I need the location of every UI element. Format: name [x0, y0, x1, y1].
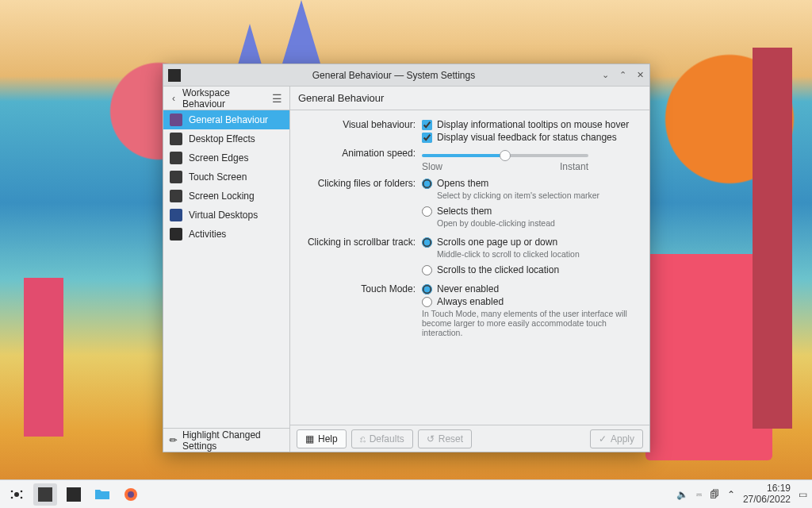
pen-icon: ✎	[167, 433, 181, 447]
svg-point-6	[128, 491, 134, 498]
tooltips-checkbox[interactable]: Display informational tooltips on mouse …	[422, 118, 638, 131]
edges-icon	[170, 152, 182, 164]
taskbar-item-settings[interactable]	[33, 483, 57, 506]
desktops-icon	[170, 209, 182, 221]
clipboard-icon[interactable]: 🗐	[710, 489, 719, 500]
sidebar-item-screen-locking[interactable]: Screen Locking	[163, 187, 289, 206]
click-files-label: Clicking files or folders:	[295, 177, 422, 189]
scroll-click-radio[interactable]: Scrolls to the clicked location	[422, 264, 638, 276]
taskbar-item-files[interactable]	[90, 483, 114, 506]
content-pane: General Behaviour Visual behaviour: Disp…	[290, 87, 649, 452]
activities-icon	[170, 228, 182, 241]
selects-radio[interactable]: Selects them	[422, 205, 638, 217]
settings-icon	[38, 487, 52, 502]
desktop: General Behaviour — System Settings ⌄ ⌃ …	[0, 0, 812, 508]
back-button[interactable]: ‹	[168, 93, 179, 104]
titlebar[interactable]: General Behaviour — System Settings ⌄ ⌃ …	[163, 64, 649, 87]
hamburger-menu-button[interactable]: ☰	[272, 92, 285, 105]
scroll-page-hint: Middle-click to scroll to clicked locati…	[437, 249, 638, 259]
scrollbar-label: Clicking in scrollbar track:	[295, 236, 422, 248]
visual-behaviour-label: Visual behaviour:	[295, 118, 422, 130]
maximize-button[interactable]: ⌃	[618, 71, 627, 80]
taskbar: 🔈 ⎓ 🗐 ⌃ 16:19 27/06/2022 ▭	[0, 479, 812, 508]
taskbar-item-firefox[interactable]	[119, 483, 143, 506]
effects-icon	[170, 133, 182, 145]
touch-never-radio[interactable]: Never enabled	[422, 283, 638, 295]
scroll-page-radio[interactable]: Scrolls one page up or down	[422, 236, 638, 248]
terminal-icon	[67, 487, 81, 502]
help-button[interactable]: ▦Help	[297, 429, 347, 448]
footer-toolbar: ▦Help ⎌Defaults ↺Reset ✓Apply	[290, 425, 649, 452]
touch-icon	[170, 171, 182, 183]
sidebar-item-activities[interactable]: Activities	[163, 225, 289, 244]
page-title: General Behaviour	[290, 87, 649, 110]
sidebar-item-touch-screen[interactable]: Touch Screen	[163, 167, 289, 187]
svg-point-1	[11, 490, 13, 492]
touch-mode-label: Touch Mode:	[295, 283, 422, 294]
selects-hint: Open by double-clicking instead	[437, 218, 638, 228]
tray-expand-icon[interactable]: ⌃	[727, 489, 735, 500]
volume-icon[interactable]: 🔈	[676, 489, 688, 500]
sidebar-item-virtual-desktops[interactable]: Virtual Desktops	[163, 206, 289, 225]
svg-point-3	[11, 496, 13, 498]
reset-button[interactable]: ↺Reset	[418, 429, 472, 448]
touch-always-radio[interactable]: Always enabled	[422, 295, 638, 308]
svg-point-2	[21, 490, 23, 492]
sidebar-item-general-behaviour[interactable]: General Behaviour	[163, 110, 289, 129]
app-launcher-button[interactable]	[5, 483, 29, 506]
defaults-icon: ⎌	[360, 433, 366, 444]
apply-button[interactable]: ✓Apply	[590, 429, 643, 448]
highlight-changed-button[interactable]: ✎ Highlight Changed Settings	[163, 428, 289, 452]
check-icon: ✓	[599, 433, 607, 444]
help-icon: ▦	[305, 433, 314, 444]
sidebar-item-desktop-effects[interactable]: Desktop Effects	[163, 129, 289, 148]
sidebar-heading: Workspace Behaviour	[179, 87, 272, 110]
window-title: General Behaviour — System Settings	[187, 70, 600, 81]
defaults-button[interactable]: ⎌Defaults	[351, 429, 413, 448]
general-icon	[170, 114, 182, 126]
taskbar-item-terminal[interactable]	[62, 483, 86, 506]
nav-list: General Behaviour Desktop Effects Screen…	[163, 110, 289, 244]
sidebar: ‹ Workspace Behaviour ☰ General Behaviou…	[163, 87, 290, 452]
network-icon[interactable]: ⎓	[696, 489, 702, 500]
animation-speed-slider[interactable]	[422, 154, 588, 157]
opens-radio[interactable]: Opens them	[422, 177, 638, 190]
app-icon	[168, 69, 181, 82]
wallpaper-shape	[645, 254, 772, 460]
settings-window: General Behaviour — System Settings ⌄ ⌃ …	[163, 64, 650, 452]
clock[interactable]: 16:19 27/06/2022	[743, 483, 791, 504]
show-desktop-button[interactable]: ▭	[799, 489, 807, 500]
minimize-button[interactable]: ⌄	[600, 71, 610, 80]
lock-icon	[170, 190, 182, 202]
svg-point-0	[14, 492, 19, 497]
touch-hint: In Touch Mode, many elements of the user…	[422, 309, 638, 337]
sidebar-item-screen-edges[interactable]: Screen Edges	[163, 148, 289, 167]
reset-icon: ↺	[427, 433, 435, 444]
folder-icon	[94, 488, 110, 501]
opens-hint: Select by clicking on item's selection m…	[437, 190, 638, 200]
feedback-checkbox[interactable]: Display visual feedback for status chang…	[422, 131, 638, 144]
close-button[interactable]: ✕	[635, 71, 645, 80]
firefox-icon	[124, 487, 138, 502]
animation-speed-label: Animation speed:	[295, 147, 422, 159]
kde-icon	[10, 487, 24, 502]
svg-point-4	[21, 496, 23, 498]
system-tray: 🔈 ⎓ 🗐 ⌃ 16:19 27/06/2022 ▭	[676, 483, 807, 504]
